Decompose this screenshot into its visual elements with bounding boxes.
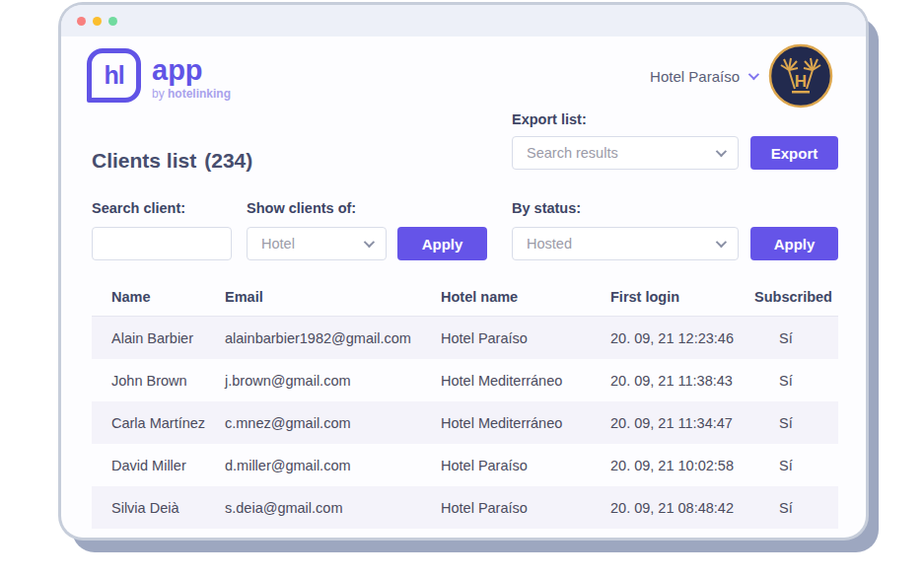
apply-hotel-filter-button[interactable]: Apply <box>397 227 487 260</box>
byline-prefix: by <box>152 87 168 101</box>
export-list-label: Export list: <box>512 111 587 127</box>
page-title: Clients list(234) <box>92 149 252 173</box>
chevron-down-icon <box>364 237 375 248</box>
hotel-filter-select[interactable]: Hotel <box>247 227 387 260</box>
cell-first-login: 20. 09, 21 08:48:42 <box>610 500 754 516</box>
window-close-icon[interactable] <box>77 17 86 26</box>
export-select[interactable]: Search results <box>512 136 739 170</box>
clients-count: (234) <box>204 149 252 172</box>
page-title-text: Clients list <box>92 149 196 172</box>
cell-first-login: 20. 09, 21 11:38:43 <box>610 373 754 389</box>
avatar-initial: H <box>795 72 807 91</box>
cell-subscribed: Sí <box>754 500 838 516</box>
app-name: app <box>152 55 231 85</box>
table-row: David Miller d.miller@gmail.com Hotel Pa… <box>92 444 838 486</box>
hotel-selector-label: Hotel Paraíso <box>650 68 740 85</box>
chevron-down-icon <box>748 69 759 80</box>
by-status-label: By status: <box>512 200 581 216</box>
cell-subscribed: Sí <box>754 458 838 473</box>
export-select-value: Search results <box>527 145 618 161</box>
cell-first-login: 20. 09, 21 10:02:58 <box>610 458 754 473</box>
cell-subscribed: Sí <box>754 415 838 431</box>
show-clients-label: Show clients of: <box>247 200 356 216</box>
hotelinking-logo-icon: hl <box>87 48 141 103</box>
column-header-email: Email <box>225 289 441 305</box>
table-row: Silvia Deià s.deia@gmail.com Hotel Paraí… <box>92 486 838 529</box>
avatar[interactable]: H <box>768 43 833 108</box>
status-filter-select[interactable]: Hosted <box>512 227 739 260</box>
cell-name: John Brown <box>92 373 225 389</box>
cell-first-login: 20. 09, 21 12:23:46 <box>610 330 754 346</box>
app-window: hl app by hotelinking Hotel Paraíso H <box>61 5 866 538</box>
export-button[interactable]: Export <box>750 136 838 170</box>
cell-hotel: Hotel Paraíso <box>441 458 610 473</box>
column-header-subscribed: Subscribed <box>754 289 838 305</box>
cell-email: j.brown@gmail.com <box>225 373 441 389</box>
window-minimize-icon[interactable] <box>93 17 102 26</box>
column-header-name: Name <box>92 289 225 305</box>
column-header-first-login: First login <box>610 289 754 305</box>
cell-name: Carla Martínez <box>92 415 225 431</box>
cell-subscribed: Sí <box>754 373 838 389</box>
cell-hotel: Hotel Paraíso <box>441 500 610 516</box>
clients-table: Name Email Hotel name First login Subscr… <box>92 277 838 529</box>
table-header-row: Name Email Hotel name First login Subscr… <box>92 277 838 317</box>
cell-hotel: Hotel Paraíso <box>441 330 610 346</box>
cell-name: Silvia Deià <box>92 500 225 516</box>
byline-brand: hotelinking <box>168 87 231 101</box>
chevron-down-icon <box>716 146 727 157</box>
table-row: Carla Martínez c.mnez@gmail.com Hotel Me… <box>92 401 838 444</box>
avatar-underline <box>792 91 810 94</box>
hotel-selector[interactable]: Hotel Paraíso <box>650 68 756 85</box>
table-body: Alain Barbier alainbarbier1982@gmail.com… <box>92 317 838 529</box>
cell-email: alainbarbier1982@gmail.com <box>225 330 441 346</box>
brand-byline: by hotelinking <box>152 87 231 101</box>
search-client-label: Search client: <box>92 200 185 216</box>
cell-email: c.mnez@gmail.com <box>225 415 441 431</box>
column-header-hotel: Hotel name <box>441 289 610 305</box>
cell-first-login: 20. 09, 21 11:34:47 <box>610 415 754 431</box>
brand-text: app by hotelinking <box>152 48 231 101</box>
cell-subscribed: Sí <box>754 330 838 346</box>
brand-logo: hl app by hotelinking <box>87 48 231 103</box>
window-titlebar <box>61 5 866 36</box>
account-area: Hotel Paraíso H <box>650 43 833 108</box>
apply-status-filter-button[interactable]: Apply <box>750 227 838 260</box>
chevron-down-icon <box>716 237 727 248</box>
cell-hotel: Hotel Mediterráneo <box>441 415 610 431</box>
cell-email: s.deia@gmail.com <box>225 500 441 516</box>
window-maximize-icon[interactable] <box>108 17 117 26</box>
table-row: Alain Barbier alainbarbier1982@gmail.com… <box>92 317 838 359</box>
cell-hotel: Hotel Mediterráneo <box>441 373 610 389</box>
cell-email: d.miller@gmail.com <box>225 458 441 473</box>
cell-name: David Miller <box>92 458 225 473</box>
table-row: John Brown j.brown@gmail.com Hotel Medit… <box>92 359 838 401</box>
search-client-input[interactable] <box>92 227 232 260</box>
cell-name: Alain Barbier <box>92 330 225 346</box>
hotel-filter-value: Hotel <box>261 236 295 252</box>
logo-mark: hl <box>104 61 123 90</box>
status-filter-value: Hosted <box>527 236 572 252</box>
